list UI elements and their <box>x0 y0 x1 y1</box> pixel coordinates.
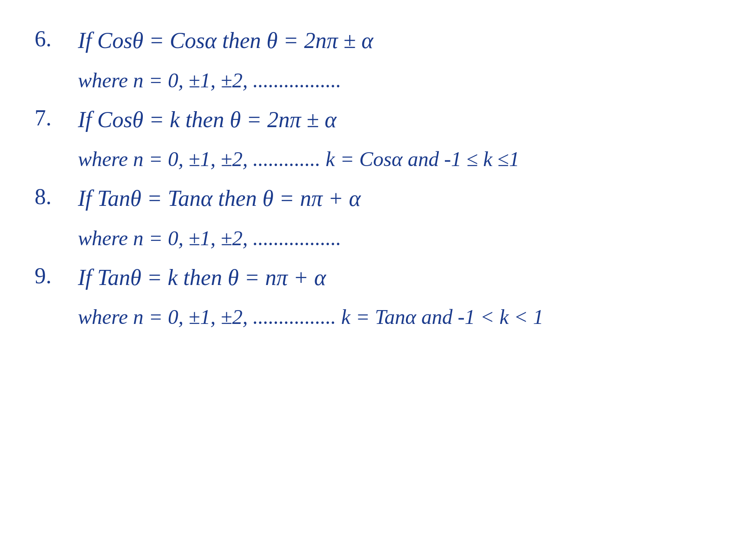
item-7-number: 7. <box>35 105 78 131</box>
item-7-where: where n = 0, ±1, ±2, ............. k = C… <box>35 147 721 171</box>
item-8-formula: If Tanθ = Tanα then θ = nπ + α <box>78 184 361 213</box>
item-6-where: where n = 0, ±1, ±2, ................. <box>35 68 721 92</box>
item-8: 8. If Tanθ = Tanα then θ = nπ + α <box>35 184 721 213</box>
item-9-number: 9. <box>35 263 78 288</box>
item-8-content: If Tanθ = Tanα then θ = nπ + α <box>78 184 361 213</box>
item-6-content: If Cosθ = Cosα then θ = 2nπ ± α <box>78 26 373 55</box>
item-7-content: If Cosθ = k then θ = 2nπ ± α <box>78 105 336 134</box>
item-9-section: 9. If Tanθ = k then θ = nπ + α where n =… <box>35 263 721 329</box>
item-6-section: 6. If Cosθ = Cosα then θ = 2nπ ± α where… <box>35 26 721 92</box>
item-8-section: 8. If Tanθ = Tanα then θ = nπ + α where … <box>35 184 721 250</box>
item-7-section: 7. If Cosθ = k then θ = 2nπ ± α where n … <box>35 105 721 171</box>
item-9-where: where n = 0, ±1, ±2, ................ k … <box>35 305 721 329</box>
item-7-formula: If Cosθ = k then θ = 2nπ ± α <box>78 105 336 134</box>
item-9-formula: If Tanθ = k then θ = nπ + α <box>78 263 326 292</box>
item-6-where-text: where n = 0, ±1, ±2, ................. <box>78 69 341 92</box>
item-9-where-text: where n = 0, ±1, ±2, ................ k … <box>78 305 544 328</box>
item-9: 9. If Tanθ = k then θ = nπ + α <box>35 263 721 292</box>
item-9-content: If Tanθ = k then θ = nπ + α <box>78 263 326 292</box>
item-6-formula: If Cosθ = Cosα then θ = 2nπ ± α <box>78 26 373 55</box>
main-content: 6. If Cosθ = Cosα then θ = 2nπ ± α where… <box>35 26 721 329</box>
item-8-where: where n = 0, ±1, ±2, ................. <box>35 226 721 250</box>
item-6-number: 6. <box>35 26 78 51</box>
item-8-number: 8. <box>35 184 78 209</box>
item-7: 7. If Cosθ = k then θ = 2nπ ± α <box>35 105 721 134</box>
item-6: 6. If Cosθ = Cosα then θ = 2nπ ± α <box>35 26 721 55</box>
item-8-where-text: where n = 0, ±1, ±2, ................. <box>78 227 341 250</box>
item-7-where-text: where n = 0, ±1, ±2, ............. k = C… <box>78 147 519 170</box>
